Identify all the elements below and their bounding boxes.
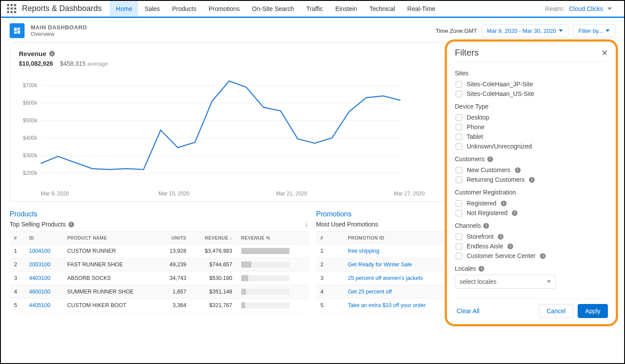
products-subtitle: Top Selling Products [10, 221, 66, 228]
chart-x-labels: Mar 9, 2020Mar 15, 2020Mar 21, 2020Mar 2… [19, 191, 511, 197]
col-units[interactable]: UNITS [158, 232, 191, 244]
filter-option[interactable]: Sites-ColeHaan_JP-Site [455, 79, 608, 89]
tab-home[interactable]: Home [110, 1, 138, 16]
table-row: 44600100SUMMER RUNNER SHOE1,657$351,148 [10, 285, 309, 299]
info-icon[interactable]: i [68, 222, 74, 227]
checkbox[interactable] [456, 177, 462, 183]
app-title: Reports & Dashboards [22, 4, 102, 13]
checkbox[interactable] [456, 200, 462, 207]
filter-option[interactable]: New Customers i [455, 165, 608, 175]
filter-option[interactable]: Storefront i [455, 232, 608, 241]
date-range-picker[interactable]: Mar 9, 2020 - Mar 30, 2020 [481, 25, 568, 37]
checkbox[interactable] [456, 81, 462, 88]
info-icon[interactable]: i [512, 210, 518, 216]
filter-option[interactable]: Endless Aisle i [455, 241, 608, 251]
revenue-chart-card: ⤓ Revenue i $10,082,926 $458,315 average… [10, 42, 521, 201]
checkbox[interactable] [456, 124, 462, 131]
col-num[interactable]: # [10, 232, 25, 244]
filter-option[interactable]: Registered i [455, 198, 608, 208]
table-row: 54405100CUSTOM HIKER BOOT3,364$321,767 [10, 299, 309, 312]
filter-option[interactable]: Tablet [455, 132, 608, 141]
tab-einstein[interactable]: Einstein [329, 1, 363, 16]
product-id-link[interactable]: 4403100 [25, 272, 63, 285]
info-icon[interactable]: i [487, 156, 493, 162]
download-icon[interactable]: ⤓ [304, 221, 309, 228]
close-icon[interactable]: ✕ [601, 48, 608, 58]
filters-panel: Filters ✕ SitesSites-ColeHaan_JP-SiteSit… [445, 39, 618, 326]
svg-text:$300k: $300k [23, 152, 38, 159]
checkbox[interactable] [456, 253, 462, 259]
col-id[interactable]: ID [25, 232, 63, 244]
product-id-link[interactable]: 2003100 [25, 258, 63, 272]
dashboard-header: MAIN DASHBOARD Overview Time Zone:GMT Ma… [1, 18, 624, 42]
checkbox[interactable] [456, 143, 462, 150]
checkbox[interactable] [456, 243, 462, 250]
info-icon[interactable]: i [529, 177, 535, 183]
col-num[interactable]: # [316, 232, 344, 244]
info-icon[interactable]: i [507, 244, 513, 249]
checkbox[interactable] [456, 134, 462, 140]
realm-selector[interactable]: Realm: Cloud Clicks [545, 5, 621, 12]
filter-group-title: Locales i [455, 265, 608, 272]
filters-panel-title: Filters [455, 48, 479, 58]
date-range-value: Mar 9, 2020 - Mar 30, 2020 [487, 28, 556, 34]
filter-option[interactable]: Unknown/Unrecognized [455, 141, 608, 151]
filter-group-title: Channels i [455, 222, 608, 229]
chart-avg-label: average [87, 60, 108, 67]
filter-option[interactable]: Desktop [455, 113, 608, 122]
timezone-label: Time Zone:GMT [436, 28, 477, 34]
dashboard-icon [10, 23, 25, 38]
info-icon[interactable]: i [49, 51, 55, 57]
checkbox[interactable] [456, 233, 462, 240]
tab-real-time[interactable]: Real-Time [401, 1, 442, 16]
checkbox[interactable] [456, 91, 462, 97]
filter-option[interactable]: Customer Service Center i [455, 251, 608, 261]
topbar: Reports & Dashboards HomeSalesProductsPr… [1, 1, 624, 17]
apply-button[interactable]: Apply [578, 304, 608, 318]
product-id-link[interactable]: 1004100 [25, 244, 63, 258]
filter-group: Customers iNew Customers iReturning Cust… [455, 155, 608, 184]
realm-label: Realm: [545, 5, 564, 12]
page-subtitle: Overview [31, 31, 87, 37]
col-revenue[interactable]: REVENUE ↓ [191, 232, 237, 244]
tab-products[interactable]: Products [166, 1, 202, 16]
product-id-link[interactable]: 4600100 [25, 285, 63, 299]
col-pct[interactable]: REVENUE % [237, 232, 309, 244]
col-name[interactable]: PRODUCT NAME [63, 232, 158, 244]
tab-on-site-search[interactable]: On-Site Search [246, 1, 300, 16]
products-section: Products Top Selling Productsi ⤓ # ID PR… [10, 210, 309, 312]
tab-promotions[interactable]: Promotions [203, 1, 246, 16]
cancel-button[interactable]: Cancel [539, 304, 573, 318]
tab-technical[interactable]: Technical [363, 1, 401, 16]
info-icon[interactable]: i [498, 234, 504, 240]
chevron-down-icon [559, 29, 563, 32]
revenue-line-chart: $700k$600k$500k$400k$300k$200k [19, 72, 405, 186]
info-icon[interactable]: i [501, 201, 507, 206]
filter-option[interactable]: Returning Customers i [455, 175, 608, 184]
checkbox[interactable] [456, 167, 462, 173]
clear-all-button[interactable]: Clear All [455, 304, 486, 318]
locales-select[interactable]: select locales [455, 275, 556, 289]
info-icon[interactable]: i [479, 266, 484, 272]
app-launcher-icon[interactable] [7, 4, 17, 14]
product-id-link[interactable]: 4405100 [25, 299, 63, 312]
info-icon[interactable]: i [515, 167, 521, 173]
nav-tabs: HomeSalesProductsPromotionsOn-Site Searc… [110, 1, 442, 16]
filter-option[interactable]: Sites-ColeHaan_US-Site [455, 89, 608, 99]
filter-group-title: Device Type [455, 103, 608, 110]
info-icon[interactable]: i [540, 253, 546, 259]
filter-by-button[interactable]: Filter by... [573, 25, 615, 37]
svg-text:$400k: $400k [23, 135, 38, 141]
chevron-down-icon [607, 7, 612, 10]
tab-traffic[interactable]: Traffic [300, 1, 329, 16]
svg-text:$500k: $500k [23, 117, 38, 124]
svg-text:$200k: $200k [23, 170, 38, 176]
filter-option[interactable]: Phone [455, 122, 608, 132]
info-icon[interactable]: i [483, 223, 489, 229]
table-row: 34403100ABSORB SOCKS34,743$530,190 [10, 272, 309, 285]
tab-sales[interactable]: Sales [138, 1, 166, 16]
checkbox[interactable] [456, 114, 462, 121]
svg-text:$600k: $600k [23, 100, 38, 106]
checkbox[interactable] [456, 210, 462, 216]
filter-option[interactable]: Not Registered i [455, 208, 608, 218]
